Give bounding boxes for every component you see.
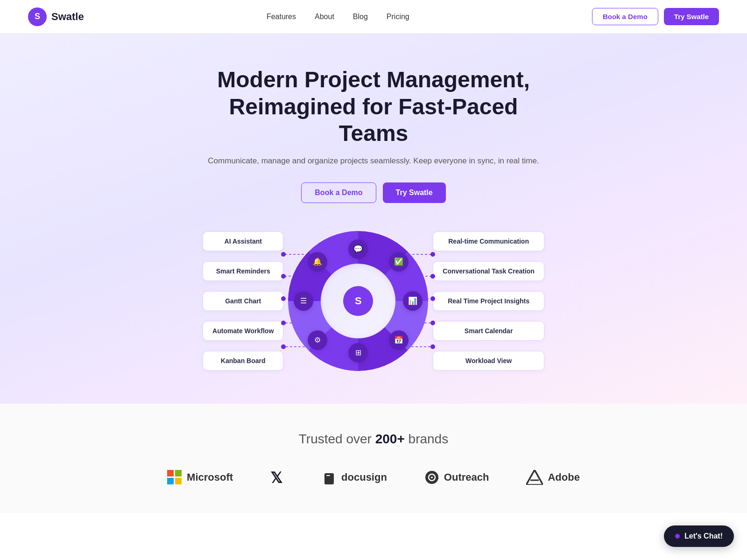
svg-point-21: [281, 274, 286, 279]
icon-badge-bell: 🔔: [308, 252, 327, 272]
feature-realtime-comm: Real-time Communication: [433, 231, 544, 251]
brand-docusign: docusign: [323, 470, 387, 484]
nav-link-about[interactable]: About: [315, 13, 334, 21]
icon-badge-task: ✅: [389, 252, 409, 272]
feature-gantt-chart: Gantt Chart: [203, 291, 283, 311]
logo-icon: S: [28, 7, 47, 26]
icon-badge-workflow: ⚙: [308, 330, 327, 350]
icon-badge-chat: 💬: [348, 239, 368, 259]
trusted-title: Trusted over 200+ brands: [19, 432, 728, 447]
svg-rect-30: [167, 470, 174, 476]
hero-book-demo-button[interactable]: Book a Demo: [301, 182, 376, 203]
wheel-inner: S: [321, 264, 395, 338]
brand-logo[interactable]: S Swatle: [28, 7, 84, 26]
svg-point-39: [431, 476, 433, 478]
brand-name: Swatle: [51, 11, 84, 23]
hero-subtitle: Communicate, manage and organize project…: [19, 156, 728, 166]
feature-realtime-insights: Real Time Project Insights: [433, 291, 544, 311]
nav-link-pricing[interactable]: Pricing: [387, 13, 409, 21]
hero-buttons: Book a Demo Try Swatle: [19, 182, 728, 203]
icon-badge-view: ⊞: [348, 343, 368, 363]
features-left: AI Assistant Smart Reminders Gantt Chart…: [203, 231, 283, 371]
nav-link-blog[interactable]: Blog: [353, 13, 368, 21]
svg-rect-35: [324, 473, 334, 484]
svg-point-26: [430, 274, 435, 279]
microsoft-label: Microsoft: [187, 471, 233, 483]
docusign-label: docusign: [341, 471, 387, 483]
svg-text:𝕏: 𝕏: [270, 470, 282, 485]
feature-workload-view: Workload View: [433, 351, 544, 371]
brand-microsoft: Microsoft: [167, 470, 233, 485]
svg-marker-40: [526, 470, 543, 485]
nav-links: Features About Blog Pricing: [267, 13, 409, 21]
icon-badge-chart: 📊: [403, 291, 423, 311]
hero-try-swatle-button[interactable]: Try Swatle: [383, 182, 446, 203]
svg-point-29: [430, 344, 435, 349]
hero-title: Modern Project Management, Reimagined fo…: [210, 66, 537, 147]
svg-rect-36: [326, 475, 330, 476]
svg-rect-33: [175, 478, 182, 484]
nav-try-swatle-button[interactable]: Try Swatle: [664, 8, 719, 25]
feature-kanban-board: Kanban Board: [203, 351, 283, 371]
brands-row: Microsoft 𝕏 docusign Outreach: [19, 470, 728, 485]
feature-automate-workflow: Automate Workflow: [203, 321, 283, 341]
microsoft-icon: [167, 470, 182, 485]
brand-adobe: Adobe: [526, 470, 579, 485]
icon-badge-calendar: 📅: [389, 330, 409, 350]
features-right: Real-time Communication Conversational T…: [433, 231, 544, 371]
svg-point-23: [281, 321, 286, 325]
svg-rect-31: [175, 470, 182, 476]
feature-ai-assistant: AI Assistant: [203, 231, 283, 251]
svg-point-28: [430, 321, 435, 325]
navbar: S Swatle Features About Blog Pricing Boo…: [0, 0, 747, 34]
nav-link-features[interactable]: Features: [267, 13, 296, 21]
svg-point-27: [430, 296, 435, 301]
svg-rect-32: [167, 478, 174, 484]
hero-section: Modern Project Management, Reimagined fo…: [0, 34, 747, 404]
svg-point-20: [281, 252, 286, 257]
outreach-label: Outreach: [444, 471, 489, 483]
icon-badge-list: ☰: [294, 291, 313, 311]
docusign-icon: [323, 470, 337, 484]
svg-point-24: [281, 344, 286, 349]
outreach-icon: [424, 470, 439, 485]
diagram-wheel: S 💬 ✅ 📊 📅 ⊞ ⚙ ☰ 🔔: [283, 226, 433, 376]
feature-smart-calendar: Smart Calendar: [433, 321, 544, 341]
nav-actions: Book a Demo Try Swatle: [592, 8, 719, 25]
brand-outreach: Outreach: [424, 470, 489, 485]
feature-smart-reminders: Smart Reminders: [203, 261, 283, 281]
adobe-label: Adobe: [548, 471, 579, 483]
svg-point-25: [430, 252, 435, 257]
feature-conv-task: Conversational Task Creation: [433, 261, 544, 281]
brand-x: 𝕏: [270, 470, 285, 485]
trusted-section: Trusted over 200+ brands Microsoft 𝕏: [0, 404, 747, 513]
adobe-icon: [526, 470, 543, 485]
nav-book-demo-button[interactable]: Book a Demo: [592, 8, 658, 25]
x-icon: 𝕏: [270, 470, 285, 485]
svg-point-22: [281, 296, 286, 301]
wheel-logo: S: [343, 286, 373, 316]
features-diagram: AI Assistant Smart Reminders Gantt Chart…: [173, 226, 574, 376]
